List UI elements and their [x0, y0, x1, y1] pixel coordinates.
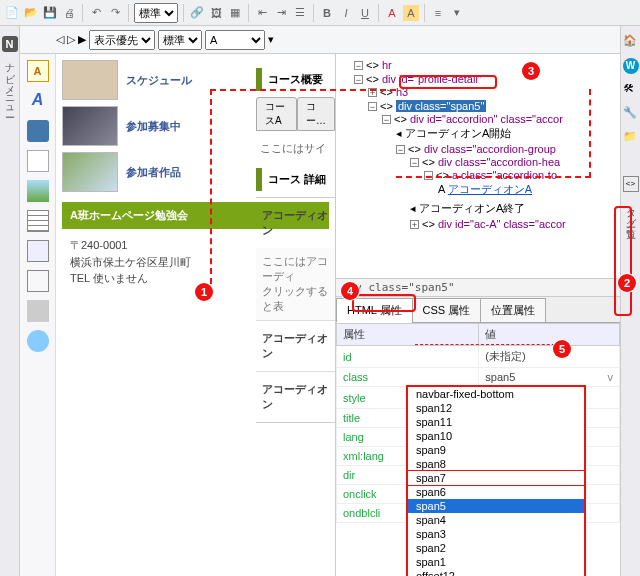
dropdown-option[interactable]: span9 [408, 443, 584, 457]
indent-icon[interactable]: ⇥ [273, 5, 289, 21]
folder-icon[interactable]: 📁 [623, 130, 639, 146]
globe-icon[interactable] [27, 330, 49, 352]
nav-menu-label: ナビメニュー [3, 56, 17, 112]
dropdown-option[interactable]: span10 [408, 429, 584, 443]
dropdown-option-span7[interactable]: span7 [408, 471, 584, 485]
underline-icon[interactable]: U [357, 5, 373, 21]
list-icon[interactable]: ☰ [292, 5, 308, 21]
bold-icon[interactable]: B [319, 5, 335, 21]
dropdown-option[interactable]: span2 [408, 541, 584, 555]
callout-5: 5 [553, 340, 571, 358]
callout-4: 4 [341, 282, 359, 300]
dropdown-option[interactable]: span12 [408, 401, 584, 415]
annotation-dashed-3 [415, 344, 565, 345]
save-icon[interactable]: 💾 [42, 5, 58, 21]
standard-select[interactable]: 標準 [158, 30, 202, 50]
annotation-dashed-2 [396, 89, 591, 178]
annotation-dashed-1 [210, 89, 396, 294]
play-icon[interactable]: ▶ [78, 33, 86, 46]
nav-fwd-icon[interactable]: ▷ [67, 33, 75, 46]
annotation-box-rightrail [614, 206, 632, 316]
annotation-box-htmltab [352, 294, 416, 312]
w-icon[interactable]: W [623, 58, 639, 74]
tools-icon[interactable]: 🛠 [623, 82, 639, 98]
dropdown-option[interactable]: span8 [408, 457, 584, 471]
open-icon[interactable]: 📂 [23, 5, 39, 21]
wrench-icon[interactable]: 🔧 [623, 106, 639, 122]
module-icon[interactable] [27, 120, 49, 142]
col-val: 値 [479, 324, 620, 346]
dropdown-option-selected[interactable]: span5 [408, 499, 584, 513]
accordion-item-3[interactable]: アコーディオン [256, 371, 335, 422]
nav-back-icon[interactable]: ◁ [56, 33, 64, 46]
grid-icon[interactable] [27, 210, 49, 232]
layers-icon[interactable] [27, 300, 49, 322]
top-toolbar: 📄 📂 💾 🖨 ↶ ↷ 標準 🔗 🖼 ▦ ⇤ ⇥ ☰ B I U A A ≡ ▾ [0, 0, 640, 26]
annotation-box-tree [399, 75, 497, 89]
style-select[interactable]: 標準 [134, 3, 178, 23]
display-priority-select[interactable]: 表示優先 [89, 30, 155, 50]
undo-icon[interactable]: ↶ [88, 5, 104, 21]
callout-1: 1 [195, 283, 213, 301]
image-icon[interactable]: 🖼 [208, 5, 224, 21]
outdent-icon[interactable]: ⇤ [254, 5, 270, 21]
form-icon[interactable] [27, 240, 49, 262]
tab-pos-attr[interactable]: 位置属性 [480, 298, 546, 323]
table-icon[interactable]: ▦ [227, 5, 243, 21]
callout-3: 3 [522, 62, 540, 80]
dropdown-option[interactable]: span3 [408, 527, 584, 541]
callout-2: 2 [618, 274, 636, 292]
dropdown-option[interactable]: offset12 [408, 569, 584, 576]
link-icon[interactable]: 🔗 [189, 5, 205, 21]
style-a-icon[interactable]: A [27, 90, 49, 112]
text-a-icon[interactable]: A [27, 60, 49, 82]
widget-icon[interactable] [27, 270, 49, 292]
table-row: id(未指定) [337, 346, 620, 368]
left-icon-rail: A A [20, 54, 56, 576]
font-select[interactable]: A [205, 30, 265, 50]
code-icon[interactable]: <> [623, 176, 639, 192]
dropdown-option[interactable]: navbar-fixed-bottom [408, 387, 584, 401]
accordion-item-2[interactable]: アコーディオン [256, 320, 335, 371]
col-attr: 属性 [337, 324, 479, 346]
home-icon[interactable]: 🏠 [623, 34, 639, 50]
dropdown-option[interactable]: span11 [408, 415, 584, 429]
new-icon[interactable]: 📄 [4, 5, 20, 21]
heading-overview: コース概要 [256, 68, 335, 91]
dropdown-option[interactable]: span4 [408, 513, 584, 527]
dropdown-option[interactable]: span1 [408, 555, 584, 569]
image2-icon[interactable] [27, 180, 49, 202]
chevron-down-icon[interactable]: ▾ [268, 33, 274, 46]
redo-icon[interactable]: ↷ [107, 5, 123, 21]
fontcolor-icon[interactable]: A [384, 5, 400, 21]
class-dropdown[interactable]: navbar-fixed-bottom span12 span11 span10… [406, 385, 586, 576]
more-icon[interactable]: ▾ [449, 5, 465, 21]
print-icon[interactable]: 🖨 [61, 5, 77, 21]
italic-icon[interactable]: I [338, 5, 354, 21]
nav-n-icon[interactable]: N [2, 36, 18, 52]
property-grid[interactable]: 属性値 id(未指定) classspan5 v style(未指定) titl… [336, 323, 620, 576]
table-row-class: classspan5 v [337, 368, 620, 387]
left-rail: N ナビメニュー [0, 26, 20, 576]
bgcolor-icon[interactable]: A [403, 5, 419, 21]
secondary-toolbar: ◁ ▷ ▶ 表示優先 標準 A ▾ [0, 26, 640, 54]
dropdown-option[interactable]: span6 [408, 485, 584, 499]
align-left-icon[interactable]: ≡ [430, 5, 446, 21]
tab-css-attr[interactable]: CSS 属性 [412, 298, 482, 323]
doc-icon[interactable] [27, 150, 49, 172]
